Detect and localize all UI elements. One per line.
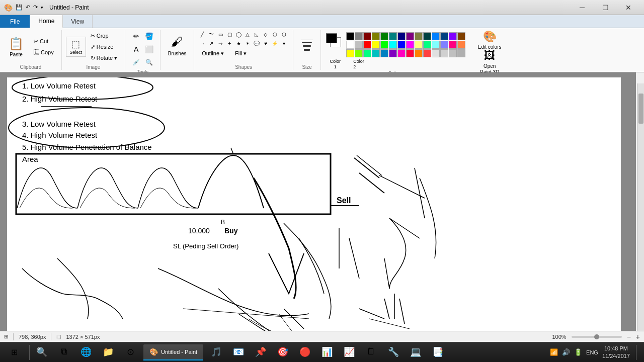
- star5-shape[interactable]: ★: [234, 39, 243, 47]
- triangle-shape[interactable]: △: [244, 30, 252, 38]
- tray-time[interactable]: 10:48 PM 11/24/2017: [602, 345, 630, 359]
- taskbar-app1[interactable]: 🎵: [205, 342, 227, 363]
- resize-button[interactable]: ⤢ Resize: [87, 42, 121, 52]
- color-olive[interactable]: [372, 32, 380, 40]
- picker-button[interactable]: 💉: [130, 56, 142, 68]
- taskbar-app8[interactable]: 🗒: [360, 342, 382, 363]
- color-lg3[interactable]: [449, 49, 457, 57]
- taskbar-app9[interactable]: 🔧: [382, 342, 405, 363]
- roundrect-shape[interactable]: ▢: [225, 30, 233, 38]
- color-brown[interactable]: [457, 32, 465, 40]
- eraser-button[interactable]: ⬜: [143, 43, 155, 55]
- color-lg2[interactable]: [440, 49, 448, 57]
- color-silver[interactable]: [355, 41, 363, 49]
- ellipse-shape[interactable]: ◯: [234, 30, 243, 38]
- taskbar-app10[interactable]: 💻: [405, 342, 427, 363]
- color-acc2[interactable]: [355, 49, 363, 57]
- more-shapes[interactable]: ▾: [280, 39, 288, 47]
- color-white[interactable]: [346, 41, 354, 49]
- color-purple[interactable]: [406, 32, 414, 40]
- color-dark-teal[interactable]: [423, 32, 431, 40]
- diamond-shape[interactable]: ◇: [262, 30, 270, 38]
- size-button[interactable]: [297, 30, 316, 60]
- taskbar-app6[interactable]: 📊: [316, 342, 338, 363]
- quick-save[interactable]: 💾: [16, 4, 23, 11]
- select-button[interactable]: ⬚ Select: [66, 37, 86, 57]
- quick-undo[interactable]: ↶: [26, 4, 30, 11]
- color-blue[interactable]: [397, 41, 406, 49]
- taskbar-edge[interactable]: 🌐: [75, 342, 97, 363]
- line-shape[interactable]: ╱: [198, 30, 206, 38]
- color-magenta[interactable]: [406, 41, 414, 49]
- zoom-slider[interactable]: [572, 336, 622, 338]
- color-lg4[interactable]: [457, 49, 465, 57]
- outline-button[interactable]: Outline ▾: [198, 48, 227, 58]
- minimize-button[interactable]: ─: [571, 0, 594, 15]
- taskbar-app11[interactable]: 📑: [427, 342, 449, 363]
- vscroll-thumb[interactable]: [638, 94, 643, 124]
- color-light-green[interactable]: [423, 41, 431, 49]
- taskbar-task-view[interactable]: ⧉: [53, 342, 75, 363]
- color-light-blue[interactable]: [440, 41, 448, 49]
- file-tab[interactable]: File: [0, 15, 30, 28]
- taskbar-app3[interactable]: 📌: [250, 342, 272, 363]
- color-dark-blue2[interactable]: [440, 32, 448, 40]
- pentagon-shape[interactable]: ⬠: [271, 30, 279, 38]
- quick-dropdown[interactable]: ▾: [41, 5, 43, 10]
- color-orange[interactable]: [457, 41, 465, 49]
- home-tab[interactable]: Home: [30, 15, 63, 28]
- color-lg1[interactable]: [432, 49, 440, 57]
- star4-shape[interactable]: ✦: [225, 39, 233, 47]
- color-green[interactable]: [380, 32, 388, 40]
- taskbar-app5[interactable]: 🔴: [294, 342, 316, 363]
- color-cyan[interactable]: [389, 41, 397, 49]
- arrow3-shape[interactable]: ⇒: [216, 39, 224, 47]
- vertical-scrollbar[interactable]: [637, 83, 644, 344]
- zoom-minus[interactable]: −: [627, 333, 631, 341]
- color-acc4[interactable]: [372, 49, 380, 57]
- fill-shape-button[interactable]: Fill ▾: [231, 48, 250, 58]
- color-black[interactable]: [346, 32, 354, 40]
- color-light-cyan[interactable]: [432, 41, 440, 49]
- color-hot-pink[interactable]: [449, 41, 457, 49]
- cut-button[interactable]: ✂ Cut: [30, 36, 57, 46]
- arrow2-shape[interactable]: ↗: [207, 39, 215, 47]
- color-light-yellow[interactable]: [415, 41, 423, 49]
- close-button[interactable]: ✕: [617, 0, 640, 15]
- rect-shape[interactable]: ▭: [216, 30, 224, 38]
- lightning-shape[interactable]: ⚡: [271, 39, 279, 47]
- color-acc3[interactable]: [363, 49, 371, 57]
- color-dark-yellow[interactable]: [415, 32, 423, 40]
- open-paint3d-button[interactable]: 🖼 Open Paint 3D: [477, 52, 502, 72]
- taskbar-paint-window[interactable]: 🎨 Untitled - Paint: [143, 344, 203, 360]
- taskbar-app4[interactable]: 🎯: [272, 342, 294, 363]
- color-navy[interactable]: [397, 32, 406, 40]
- pencil-button[interactable]: ✏: [130, 30, 142, 42]
- arrow-shape[interactable]: →: [198, 39, 206, 47]
- hexagon-shape[interactable]: ⬡: [280, 30, 288, 38]
- color-red[interactable]: [363, 41, 371, 49]
- color-acc1[interactable]: [346, 49, 354, 57]
- edit-colors-button[interactable]: 🎨 Edit colors: [477, 30, 502, 50]
- fill-button[interactable]: 🪣: [143, 30, 155, 42]
- copy-button[interactable]: ⿺ Copy: [30, 47, 57, 57]
- curve-shape[interactable]: 〜: [207, 30, 215, 38]
- color-teal[interactable]: [389, 32, 397, 40]
- color-blue2[interactable]: [432, 32, 440, 40]
- zoom-plus[interactable]: +: [636, 333, 640, 341]
- start-button[interactable]: ⊞: [0, 342, 28, 363]
- color-acc6[interactable]: [389, 49, 397, 57]
- color-acc5[interactable]: [380, 49, 388, 57]
- color-maroon[interactable]: [363, 32, 371, 40]
- maximize-button[interactable]: ☐: [594, 0, 617, 15]
- crop-button[interactable]: ✂ Crop: [87, 31, 121, 41]
- color-yellow[interactable]: [372, 41, 380, 49]
- text-button[interactable]: A: [130, 43, 142, 55]
- magnifier-button[interactable]: 🔍: [143, 56, 155, 68]
- taskbar-app7[interactable]: 📈: [338, 342, 360, 363]
- color-acc9[interactable]: [415, 49, 423, 57]
- color-acc7[interactable]: [397, 49, 406, 57]
- color-acc8[interactable]: [406, 49, 414, 57]
- rotate-button[interactable]: ↻ Rotate ▾: [87, 53, 121, 63]
- heart-shape[interactable]: ♥: [262, 39, 270, 47]
